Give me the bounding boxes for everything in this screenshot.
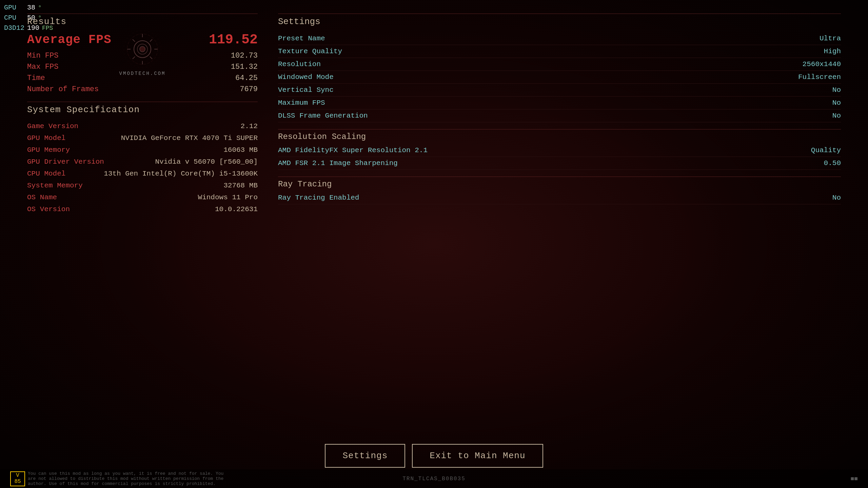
ray-tracing-rows-container: Ray Tracing EnabledNo: [278, 191, 841, 204]
settings-title: Settings: [278, 17, 841, 27]
average-fps-row: Average FPS: [27, 32, 258, 47]
max-fps-label: Max FPS: [27, 63, 58, 71]
bottom-right-text: ■■: [850, 475, 858, 482]
settings-button[interactable]: Settings: [325, 444, 405, 468]
results-section: Results Average FPS: [27, 14, 258, 95]
v-badge: V 85: [10, 471, 25, 486]
svg-line-6: [133, 39, 135, 42]
spec-label: OS Name: [27, 194, 57, 201]
spec-rows-container: Game Version2.12GPU ModelNVIDIA GeForce …: [27, 120, 258, 215]
setting-value: Ultra: [820, 35, 841, 42]
resolution-scaling-title: Resolution Scaling: [278, 129, 841, 141]
setting-row: Preset NameUltra: [278, 32, 841, 45]
emblem-graphic: [122, 29, 163, 69]
spec-row: CPU Model13th Gen Intel(R) Core(TM) i5-1…: [27, 168, 258, 180]
frames-value: 7679: [240, 85, 258, 94]
spec-row: GPU ModelNVIDIA GeForce RTX 4070 Ti SUPE…: [27, 132, 258, 144]
average-fps-value: 119.52: [209, 32, 258, 47]
resolution-label: AMD FidelityFX Super Resolution 2.1: [278, 146, 428, 154]
right-panel: Settings Preset NameUltraTexture Quality…: [278, 14, 841, 447]
spec-row: System Memory32768 MB: [27, 180, 258, 191]
spec-row: GPU Memory16063 MB: [27, 144, 258, 156]
setting-value: No: [832, 112, 841, 120]
setting-row: Texture QualityHigh: [278, 45, 841, 58]
resolution-rows-container: AMD FidelityFX Super Resolution 2.1Quali…: [278, 144, 841, 170]
system-spec-title: System Specification: [27, 105, 258, 115]
average-fps-label: Average FPS: [27, 33, 112, 47]
spec-label: Game Version: [27, 122, 78, 130]
setting-value: 868x488: [803, 60, 841, 68]
bottom-bar: Settings Exit to Main Menu: [0, 444, 868, 468]
emblem: VMODTECH.COM: [115, 25, 170, 80]
spec-value: 13th Gen Intel(R) Core(TM) i5-13600K: [104, 170, 258, 178]
spec-label: GPU Driver Version: [27, 158, 104, 166]
min-fps-label: Min FPS: [27, 52, 58, 60]
spec-label: CPU Model: [27, 170, 65, 178]
left-panel: Results Average FPS: [27, 14, 258, 447]
spec-value: NVIDIA GeForce RTX 4070 Ti SUPER: [121, 134, 258, 142]
resolution-row: AMD FSR 2.1 Image Sharpening0.50: [278, 157, 841, 170]
setting-row: DLSS Frame GenerationNo: [278, 109, 841, 122]
spec-value: 16063 MB: [223, 146, 258, 154]
setting-label: Preset Name: [278, 35, 325, 42]
system-spec-section: System Specification Game Version2.12GPU…: [27, 102, 258, 215]
setting-value: No: [832, 86, 841, 94]
resolution-label: AMD FSR 2.1 Image Sharpening: [278, 159, 398, 167]
setting-label: Resolution: [278, 60, 321, 68]
setting-label: Maximum FPS: [278, 99, 325, 107]
spec-label: GPU Memory: [27, 146, 70, 154]
setting-row: Resolution2560x1440: [278, 58, 841, 71]
spec-value: 2.12: [241, 122, 258, 130]
ray-tracing-label: Ray Tracing Enabled: [278, 194, 359, 202]
page-wrapper: GPU 38 ° CPU 50 ° D3D12 190 FPS Results …: [0, 0, 868, 488]
setting-label: Vertical Sync: [278, 86, 334, 94]
gpu-fps: °: [38, 3, 42, 13]
spec-row: GPU Driver VersionNvidia v 56070 [r560_0…: [27, 156, 258, 168]
exit-button[interactable]: Exit to Main Menu: [412, 444, 543, 468]
svg-line-9: [133, 57, 135, 59]
d3d12-label: D3D12: [4, 23, 24, 33]
spec-label: GPU Model: [27, 134, 65, 142]
bottom-center-text: TRN_TLCAS_B0B035: [402, 476, 466, 482]
spec-value: 10.0.22631: [215, 205, 258, 213]
setting-row: Vertical SyncNo: [278, 84, 841, 97]
setting-value: Fullscreen: [798, 73, 841, 81]
time-label: Time: [27, 74, 45, 82]
ray-tracing-value: No: [832, 194, 841, 202]
resolution-value: Quality: [811, 146, 841, 154]
resolution-row: AMD FidelityFX Super Resolution 2.1Quali…: [278, 144, 841, 157]
frames-label: Number of Frames: [27, 85, 99, 94]
ray-tracing-row: Ray Tracing EnabledNo: [278, 191, 841, 204]
spec-label: OS Version: [27, 205, 70, 213]
resolution-value: 0.50: [824, 159, 841, 167]
spec-row: OS NameWindows 11 Pro: [27, 191, 258, 203]
emblem-text: VMODTECH.COM: [119, 71, 166, 76]
bottom-small-text: You can use this mod as long as you want…: [28, 471, 231, 486]
setting-label: Texture Quality: [278, 47, 342, 55]
spec-value: Windows 11 Pro: [198, 194, 258, 201]
time-value: 64.25: [235, 74, 258, 82]
spec-row: Game Version2.12: [27, 120, 258, 132]
bottom-logo: V 85 You can use this mod as long as you…: [10, 471, 231, 486]
spec-label: System Memory: [27, 182, 83, 189]
gpu-value: 38: [27, 3, 35, 13]
spec-value: 32768 MB: [223, 182, 258, 189]
main-content: Results Average FPS: [27, 14, 841, 447]
svg-point-10: [140, 46, 145, 52]
svg-line-7: [150, 57, 152, 59]
setting-row: Maximum FPSNo: [278, 97, 841, 109]
max-fps-value: 151.32: [231, 63, 258, 71]
setting-row: Windowed ModeFullscreen: [278, 71, 841, 84]
setting-value: High: [824, 47, 841, 55]
ray-tracing-title: Ray Tracing: [278, 177, 841, 189]
min-fps-value: 102.73: [231, 52, 258, 60]
setting-label: DLSS Frame Generation: [278, 112, 368, 120]
svg-line-8: [150, 39, 152, 42]
spec-row: OS Version10.0.22631: [27, 203, 258, 215]
setting-label: Windowed Mode: [278, 73, 334, 81]
cpu-label: CPU: [4, 13, 24, 23]
gpu-label: GPU: [4, 3, 24, 13]
spec-value: Nvidia v 56070 [r560_00]: [155, 158, 258, 166]
settings-rows-container: Preset NameUltraTexture QualityHighResol…: [278, 32, 841, 122]
frames-row: Number of Frames 7679: [27, 84, 258, 95]
